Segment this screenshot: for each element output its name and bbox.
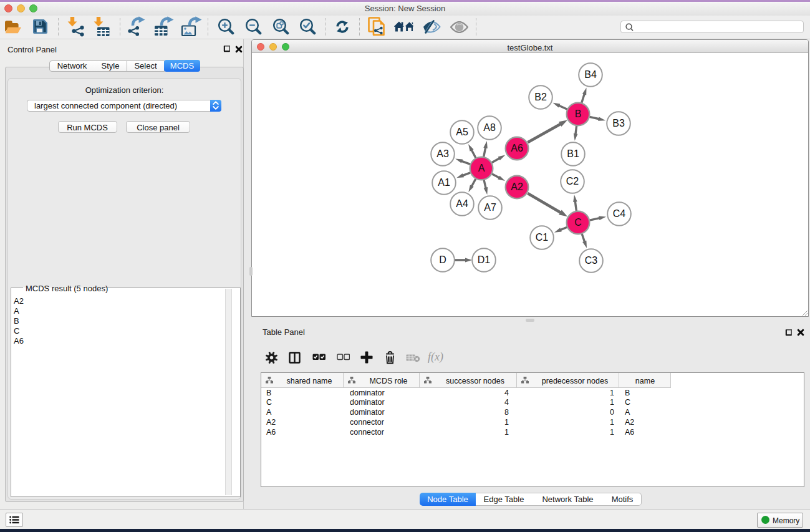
svg-text:A4: A4 — [456, 198, 468, 209]
svg-text:D1: D1 — [478, 254, 491, 265]
svg-text:A1: A1 — [438, 177, 450, 188]
svg-text:C: C — [574, 217, 582, 228]
svg-text:B4: B4 — [584, 69, 597, 80]
svg-text:B3: B3 — [612, 118, 625, 128]
svg-text:A8: A8 — [483, 122, 496, 133]
svg-text:C4: C4 — [613, 208, 626, 219]
svg-text:A3: A3 — [436, 148, 449, 159]
svg-text:A7: A7 — [484, 202, 496, 213]
svg-text:A6: A6 — [511, 143, 523, 153]
svg-text:A2: A2 — [511, 181, 523, 192]
svg-text:B: B — [575, 109, 582, 119]
svg-text:D: D — [439, 254, 446, 265]
svg-text:C2: C2 — [566, 176, 579, 186]
svg-text:B2: B2 — [534, 92, 547, 102]
svg-text:C3: C3 — [585, 255, 598, 266]
svg-text:A5: A5 — [456, 127, 468, 137]
svg-text:B1: B1 — [567, 148, 579, 159]
svg-text:C1: C1 — [536, 232, 549, 243]
svg-text:A: A — [478, 163, 485, 173]
